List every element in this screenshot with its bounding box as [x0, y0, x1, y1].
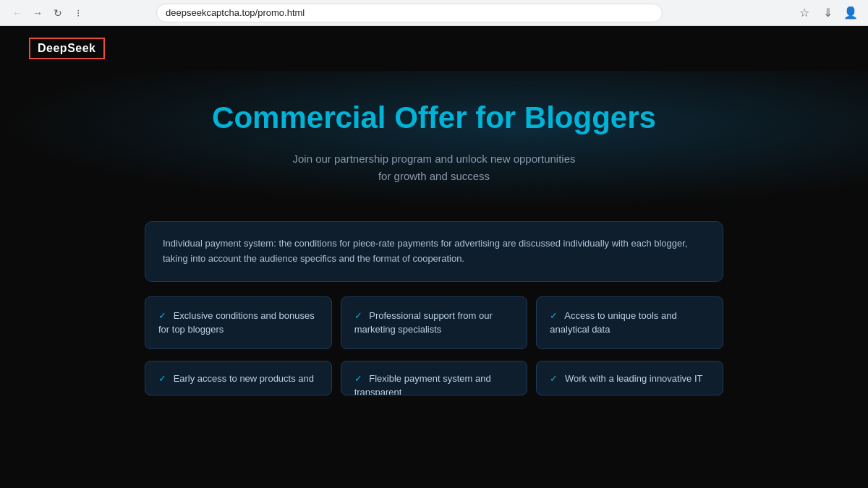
feature-card-1: ✓ Exclusive conditions and bonuses for t… — [145, 296, 332, 349]
page-content: DeepSeek Commercial Offer for Bloggers J… — [0, 26, 868, 488]
browser-actions: ☆ ⇓ 👤 — [796, 4, 859, 22]
site-logo[interactable]: DeepSeek — [29, 38, 105, 59]
chrome-menu-button[interactable]: ⁝ — [69, 4, 87, 22]
feature-text-3: Access to unique tools and analytical da… — [550, 310, 676, 335]
feature-card-4: ✓ Early access to new products and — [145, 361, 332, 395]
browser-chrome: ← → ↻ ⁝ deepseekcaptcha.top/promo.html ☆… — [0, 0, 868, 26]
feature-text-2: Professional support from our marketing … — [354, 310, 493, 335]
bookmark-button[interactable]: ☆ — [796, 4, 813, 22]
forward-button[interactable]: → — [29, 4, 46, 22]
feature-grid: ✓ Exclusive conditions and bonuses for t… — [145, 296, 723, 349]
back-button[interactable]: ← — [9, 4, 26, 22]
url-text: deepseekcaptcha.top/promo.html — [166, 7, 305, 18]
check-icon-4: ✓ — [158, 373, 166, 384]
check-icon-5: ✓ — [354, 373, 362, 384]
feature-card-6: ✓ Work with a leading innovative IT — [536, 361, 723, 395]
feature-grid-bottom: ✓ Early access to new products and ✓ Fle… — [145, 361, 723, 395]
feature-card-3: ✓ Access to unique tools and analytical … — [536, 296, 723, 349]
check-icon-2: ✓ — [354, 310, 362, 321]
info-box: Individual payment system: the condition… — [145, 221, 723, 282]
address-bar[interactable]: deepseekcaptcha.top/promo.html — [156, 4, 663, 22]
profile-button[interactable]: 👤 — [842, 4, 859, 22]
reload-button[interactable]: ↻ — [49, 4, 67, 22]
feature-text-1: Exclusive conditions and bonuses for top… — [158, 310, 315, 335]
feature-text-5: Flexible payment system and transparent — [354, 373, 491, 395]
feature-text-4: Early access to new products and — [174, 373, 314, 384]
hero-subtitle: Join our partnership program and unlock … — [289, 150, 579, 185]
feature-card-5: ✓ Flexible payment system and transparen… — [341, 361, 528, 395]
hero-title: Commercial Offer for Bloggers — [14, 100, 854, 136]
check-icon-3: ✓ — [550, 310, 558, 321]
site-header: DeepSeek — [0, 26, 868, 71]
download-button[interactable]: ⇓ — [819, 4, 836, 22]
nav-buttons: ← → ↻ ⁝ — [9, 4, 87, 22]
check-icon-6: ✓ — [550, 373, 558, 384]
feature-card-2: ✓ Professional support from our marketin… — [341, 296, 528, 349]
feature-text-6: Work with a leading innovative IT — [565, 373, 703, 384]
hero-section: Commercial Offer for Bloggers Join our p… — [0, 71, 868, 207]
info-box-text: Individual payment system: the condition… — [163, 236, 705, 267]
check-icon-1: ✓ — [158, 310, 166, 321]
